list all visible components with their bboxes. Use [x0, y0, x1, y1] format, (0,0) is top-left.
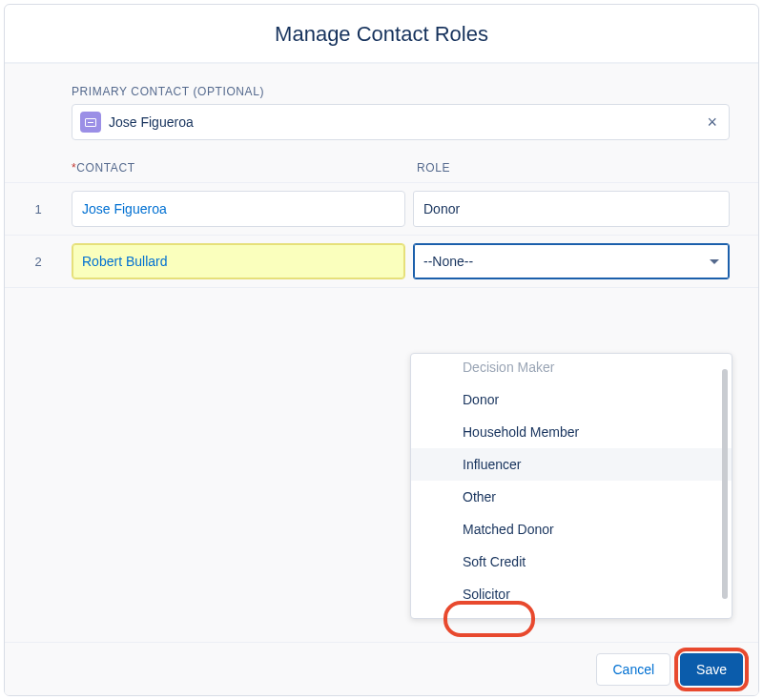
role-option[interactable]: Household Member	[411, 416, 732, 448]
contact-link[interactable]: Jose Figueroa	[82, 201, 167, 216]
primary-contact-input[interactable]: Jose Figueroa ×	[72, 104, 730, 140]
table-row: 1 Jose Figueroa Donor	[5, 183, 758, 236]
primary-contact-value: Jose Figueroa	[109, 114, 703, 130]
role-value: Donor	[423, 201, 460, 216]
row-number: 1	[5, 202, 72, 216]
role-option[interactable]: Donor	[411, 383, 732, 416]
role-option[interactable]: Solicitor	[411, 578, 732, 610]
row-number: 2	[5, 255, 72, 269]
modal-header: Manage Contact Roles	[5, 5, 758, 64]
role-dropdown: Decision Maker Donor Household Member In…	[410, 353, 732, 619]
primary-contact-label: PRIMARY CONTACT (OPTIONAL)	[5, 64, 758, 104]
modal: Manage Contact Roles PRIMARY CONTACT (OP…	[4, 4, 759, 696]
contact-lookup[interactable]: Robert Bullard	[72, 243, 405, 279]
contact-column-header: *CONTACT	[72, 161, 405, 175]
cancel-button[interactable]: Cancel	[596, 653, 670, 686]
modal-footer: Cancel Save	[5, 642, 758, 695]
role-option[interactable]: Soft Credit	[411, 546, 732, 578]
role-option[interactable]: Matched Donor	[411, 513, 732, 546]
clear-icon[interactable]: ×	[703, 113, 721, 133]
page-title: Manage Contact Roles	[5, 22, 758, 47]
contact-link[interactable]: Robert Bullard	[82, 254, 168, 269]
role-select[interactable]: Donor	[413, 191, 730, 227]
contact-icon	[80, 112, 101, 133]
role-select[interactable]: --None--	[413, 243, 730, 279]
role-column-header: ROLE	[405, 161, 758, 175]
role-option[interactable]: Influencer	[411, 448, 732, 481]
column-headers: *CONTACT ROLE	[5, 155, 758, 183]
role-option[interactable]: Other	[411, 481, 732, 513]
save-button[interactable]: Save	[680, 653, 743, 686]
scrollbar[interactable]	[722, 369, 728, 599]
modal-body: PRIMARY CONTACT (OPTIONAL) Jose Figueroa…	[5, 64, 758, 695]
chevron-down-icon	[710, 259, 719, 264]
role-value: --None--	[423, 254, 473, 269]
table-row: 2 Robert Bullard --None--	[5, 236, 758, 288]
role-option[interactable]: Decision Maker	[411, 358, 732, 383]
contact-lookup[interactable]: Jose Figueroa	[72, 191, 405, 227]
